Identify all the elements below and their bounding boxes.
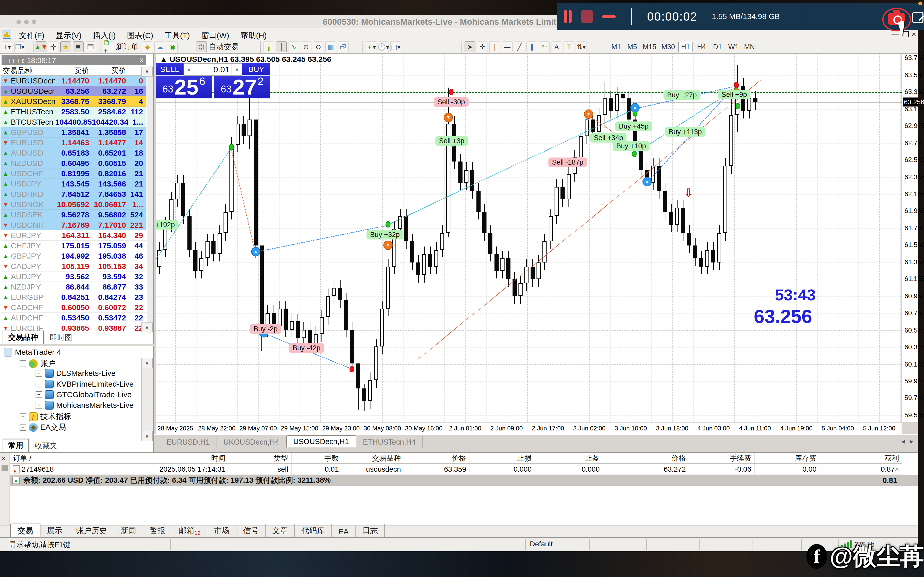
market-watch-row[interactable]: ▲GBPUSD1.358411.3585817 bbox=[0, 127, 147, 137]
market-watch-row[interactable]: ▲AUDCHF0.534500.5347222 bbox=[0, 313, 147, 323]
timeframe-M15[interactable]: M15 bbox=[641, 42, 658, 52]
chart-area[interactable]: ▼▼▼▼▲▲▲▲⇩+192pSell -30pSell +3pBuy -2pBu… bbox=[156, 54, 901, 422]
expand-icon[interactable]: + bbox=[19, 424, 26, 431]
terminal-tab-市场[interactable]: 市场 bbox=[207, 524, 236, 537]
market-watch-row[interactable]: ▲AUDJPY93.56293.59432 bbox=[0, 271, 147, 282]
navigator-item-DLSMarketsLive[interactable]: +DLSMarkets-Live bbox=[36, 369, 115, 378]
market-watch-scroll-down-icon[interactable]: ∨ bbox=[141, 322, 153, 332]
navigator-item-MetaTrader4[interactable]: MetaTrader 4 bbox=[3, 348, 61, 356]
auto-trading-icon[interactable]: ⏣ bbox=[196, 42, 207, 52]
terminal-tab-文章[interactable]: 文章 bbox=[265, 524, 295, 537]
market-watch-tab-交易品种[interactable]: 交易品种 bbox=[3, 331, 44, 344]
arrows-tool-icon[interactable]: ⇅▾ bbox=[576, 42, 587, 52]
market-watch-row[interactable]: ▲XAUUSDecn3368.753368.794 bbox=[0, 96, 147, 106]
sell-price[interactable]: 63 25 6 bbox=[156, 76, 212, 98]
new-order-label[interactable]: 新订单 bbox=[116, 42, 139, 52]
market-watch-row[interactable]: ▼USDCNH7.167897.17010221 bbox=[0, 220, 147, 230]
timeframe-W1[interactable]: W1 bbox=[726, 42, 741, 52]
text-label-tool-icon[interactable]: T bbox=[564, 42, 574, 52]
vertical-line-tool-icon[interactable]: ｜ bbox=[489, 42, 500, 52]
market-watch-row[interactable]: ▲ETHUSTecn2583.502584.62112 bbox=[0, 106, 147, 117]
timeframe-M5[interactable]: M5 bbox=[625, 42, 640, 52]
timeframe-M30[interactable]: M30 bbox=[660, 42, 677, 52]
chart-tab-USOUSDecnH1[interactable]: USOUSDecn,H1 bbox=[286, 435, 356, 447]
terminal-tab-交易[interactable]: 交易 bbox=[10, 524, 40, 537]
market-watch-row[interactable]: ▼EURUSDecn1.144701.144700 bbox=[0, 76, 147, 86]
terminal-tab-账户历史[interactable]: 账户历史 bbox=[69, 524, 114, 537]
status-profile[interactable]: Default bbox=[530, 540, 553, 548]
market-watch-row[interactable]: ▲CHFJPY175.015175.05944 bbox=[0, 240, 147, 251]
recorder-edit-icon[interactable] bbox=[912, 12, 924, 23]
recorder-stop-icon[interactable] bbox=[581, 10, 593, 23]
market-watch-row[interactable]: ▲USDJPY143.545143.56621 bbox=[0, 179, 147, 189]
market-watch-close-icon[interactable]: x bbox=[140, 56, 143, 64]
chart-tab-UKOUSDecnH4[interactable]: UKOUSDecn,H4 bbox=[217, 436, 286, 448]
timeframe-D1[interactable]: D1 bbox=[710, 42, 725, 52]
buy-price[interactable]: 63 27 2 bbox=[214, 76, 270, 98]
navigator-item-KVBPrimeLimitedLive[interactable]: +KVBPrimeLimited-Live bbox=[36, 380, 134, 388]
market-watch-row[interactable]: ▼CADJPY105.119105.15334 bbox=[0, 261, 147, 271]
mdi-close-icon[interactable]: × bbox=[912, 30, 916, 39]
market-watch-row[interactable]: ▲USOUSDecn63.25663.27216 bbox=[0, 86, 147, 96]
cascade-windows-icon[interactable]: 🗗 bbox=[338, 42, 349, 52]
chart-price-axis[interactable]: 63.78563.58063.38063.17562.97562.77062.5… bbox=[901, 54, 918, 422]
navigator-scroll-up-icon[interactable]: ∧ bbox=[141, 358, 153, 368]
market-watch-scrollbar[interactable] bbox=[147, 66, 153, 333]
market-watch-row[interactable]: ▲EURGBP0.842510.8427423 bbox=[0, 292, 147, 302]
market-watch-row[interactable]: ▲AUDUSD0.651830.6520118 bbox=[0, 148, 147, 158]
chart-tab-EURUSDH1[interactable]: EURUSD,H1 bbox=[160, 436, 217, 448]
market-watch-icon[interactable]: ▲▼ bbox=[36, 42, 47, 52]
navigator-item-GTCGlobalTradeLive[interactable]: +GTCGlobalTrade-Live bbox=[36, 390, 131, 399]
trendline-tool-icon[interactable]: ╱ bbox=[514, 42, 525, 52]
expand-icon[interactable]: + bbox=[36, 391, 42, 398]
volume-decrease-icon[interactable]: ∨ bbox=[184, 64, 194, 75]
new-chart-icon[interactable]: +▾ bbox=[2, 42, 13, 52]
candlestick-chart-icon[interactable]: ┃ bbox=[276, 42, 287, 52]
market-watch-row[interactable]: ▼EURUSD1.144631.1447714 bbox=[0, 137, 147, 148]
market-watch-row[interactable]: ▲USDCHF0.819950.8201621 bbox=[0, 168, 147, 179]
expand-icon[interactable]: + bbox=[19, 413, 26, 420]
navigator-item-[interactable]: +ƒ技术指标 bbox=[19, 411, 71, 422]
chart-date-axis[interactable]: 28 May 202528 May 22:0029 May 07:0029 Ma… bbox=[156, 423, 901, 434]
profiles-icon[interactable]: ❐▾ bbox=[15, 42, 25, 52]
expand-icon[interactable]: + bbox=[36, 402, 42, 409]
market-watch-row[interactable]: ▲GBPJPY194.992195.03846 bbox=[0, 251, 147, 261]
terminal-tab-信号[interactable]: 信号 bbox=[236, 524, 265, 537]
terminal-tab-新闻[interactable]: 新闻 bbox=[114, 524, 143, 537]
market-watch-row[interactable]: ▼USDNOK10.0569210.068171... bbox=[0, 199, 147, 210]
crosshair-tool-icon[interactable]: ✛ bbox=[477, 42, 488, 52]
order-row[interactable]: 271496182025.06.05 17:14:31sell0.01usous… bbox=[10, 464, 902, 474]
market-watch-row[interactable]: ▲USDSEK9.562789.56802524 bbox=[0, 210, 147, 220]
strategy-tester-icon[interactable]: 🗔 bbox=[85, 42, 96, 52]
terminal-tab-EA[interactable]: EA bbox=[331, 526, 355, 537]
zoom-out-icon[interactable]: ⊖ bbox=[313, 42, 324, 52]
tile-windows-icon[interactable]: ▦ bbox=[325, 42, 336, 52]
market-watch-row[interactable]: ▲NZDJPY86.84486.87733 bbox=[0, 282, 147, 292]
navigator-item-EA[interactable]: +◆EA交易 bbox=[19, 422, 66, 432]
text-tool-icon[interactable]: A bbox=[551, 42, 562, 52]
terminal-tab-邮箱[interactable]: 邮箱19 bbox=[172, 524, 207, 537]
market-watch-row[interactable]: ▼EURJPY164.311164.34029 bbox=[0, 230, 147, 240]
data-window-icon[interactable]: ✛ bbox=[48, 42, 59, 52]
auto-trading-label[interactable]: 自动交易 bbox=[209, 42, 239, 52]
zoom-in-icon[interactable]: ⊕ bbox=[300, 42, 312, 52]
navigator-scrollbar[interactable] bbox=[141, 358, 153, 441]
periods-icon[interactable]: 🕐▾ bbox=[378, 42, 389, 52]
navigator-icon[interactable]: ★ bbox=[60, 42, 71, 52]
market-watch-row[interactable]: ▼CADCHF0.600500.6007222 bbox=[0, 302, 147, 313]
volume-value[interactable]: 0.01 bbox=[194, 64, 231, 75]
chart-tabs-left-icon[interactable]: ◂ bbox=[901, 437, 905, 445]
expand-icon[interactable]: + bbox=[36, 370, 42, 377]
signals-icon[interactable]: ◉ bbox=[167, 42, 178, 52]
timeframe-MN[interactable]: MN bbox=[742, 42, 757, 52]
expand-icon[interactable]: + bbox=[36, 381, 42, 387]
terminal-tab-代码库[interactable]: 代码库 bbox=[295, 524, 331, 537]
chart-tabs-right-icon[interactable]: ▸ bbox=[910, 437, 913, 445]
order-close-icon[interactable]: × bbox=[895, 465, 899, 474]
terminal-icon[interactable]: ≣ bbox=[73, 42, 84, 52]
recorder-minimize-icon[interactable] bbox=[602, 15, 615, 18]
market-watch-row[interactable]: ▲USDHKD7.845127.84653141 bbox=[0, 189, 147, 199]
new-order-icon[interactable]: 🗋+ bbox=[103, 42, 114, 52]
timeframe-H1[interactable]: H1 bbox=[678, 42, 693, 52]
market-watch-scroll-up-icon[interactable]: ∧ bbox=[141, 67, 153, 76]
